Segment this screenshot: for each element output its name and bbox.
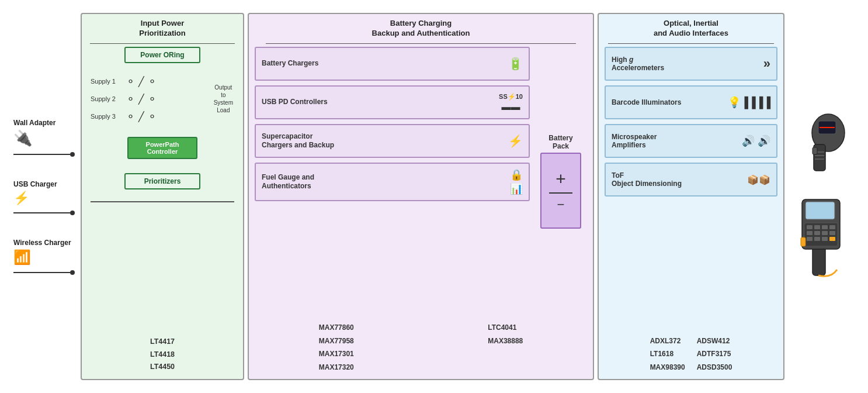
optical-part-numbers-right: ADSW412 ADTF3175 ADSD3500 bbox=[697, 335, 732, 373]
barcode-illuminators-block: Barcode Illuminators 💡▐▐▐▐ bbox=[605, 85, 777, 119]
panel-power-part-numbers: LT4417LT4418LT4450 bbox=[82, 330, 243, 379]
panel-optical: Optical, Inertialand Audio Interfaces Hi… bbox=[598, 13, 784, 380]
svg-rect-17 bbox=[814, 231, 820, 235]
barcode-illuminators-label: Barcode Illuminators bbox=[612, 98, 681, 106]
fuel-gauge-icons: 🔒 📊 bbox=[510, 168, 523, 195]
svg-rect-24 bbox=[801, 237, 805, 246]
usb-pd-icons: SS⚡10 ▬▬ bbox=[499, 93, 523, 112]
panel-power-inner: Power ORing Supply 1 ⚬ ╱ ⚬ Supply 2 ⚬ ╱ … bbox=[82, 44, 243, 330]
tof-label: ToFObject Dimensioning bbox=[612, 171, 682, 188]
svg-rect-18 bbox=[822, 231, 828, 235]
supply-2-label: Supply 2 bbox=[91, 95, 123, 102]
usb-charger-icon: ⚡ bbox=[13, 191, 29, 206]
left-inputs: Wall Adapter 🔌 USB Charger ⚡ Wireless Ch… bbox=[13, 13, 81, 380]
svg-rect-10 bbox=[805, 202, 835, 219]
wireless-charger-label: Wireless Charger bbox=[13, 239, 71, 247]
battery-blocks: Battery Chargers 🔋 USB PD Controllers SS… bbox=[255, 47, 530, 316]
optical-part-numbers-left: ADXL372 LT1618 MAX98390 bbox=[650, 335, 685, 373]
battery-part-numbers: MAX77860 MAX77958 MAX17301 MAX17320 LTC4… bbox=[249, 316, 593, 379]
output-to-system-label: OutputtoSystemLoad bbox=[214, 84, 233, 114]
battery-part-numbers-left: MAX77860 MAX77958 MAX17301 MAX17320 bbox=[319, 322, 354, 373]
usb-pd-controllers-block: USB PD Controllers SS⚡10 ▬▬ bbox=[255, 85, 530, 119]
supercapacitor-label: SupercapacitorChargers and Backup bbox=[262, 132, 334, 150]
microspeaker-label: MicrospeakerAmplifiers bbox=[612, 133, 657, 149]
tof-icon: 📦📦 bbox=[747, 174, 770, 185]
usb-charger-label: USB Charger bbox=[13, 180, 57, 188]
svg-rect-22 bbox=[822, 237, 828, 241]
battery-charger-icons: 🔋 bbox=[508, 57, 523, 71]
svg-rect-20 bbox=[807, 237, 813, 241]
wall-adapter-label: Wall Adapter bbox=[13, 119, 55, 127]
accelerometers-block: High gAccelerometers » bbox=[605, 47, 777, 81]
battery-pack-column: BatteryPack + − bbox=[534, 47, 587, 316]
accelerometers-label: High gAccelerometers bbox=[612, 56, 664, 72]
svg-rect-7 bbox=[813, 147, 817, 154]
tof-block: ToFObject Dimensioning 📦📦 bbox=[605, 163, 777, 196]
panel-power-title: Input PowerPrioritization bbox=[82, 14, 243, 43]
battery-plus-icon: + bbox=[555, 169, 566, 189]
supply-3-row: Supply 3 ⚬ ╱ ⚬ bbox=[91, 110, 234, 123]
microspeaker-icon: 🔊 🔊 bbox=[742, 135, 770, 147]
panel-battery-title: Battery ChargingBackup and Authenticatio… bbox=[249, 14, 593, 43]
battery-middle-line bbox=[549, 192, 572, 194]
battery-pack-body: + − bbox=[540, 153, 581, 229]
svg-rect-15 bbox=[829, 225, 835, 229]
battery-chargers-block: Battery Chargers 🔋 bbox=[255, 47, 530, 81]
svg-rect-19 bbox=[829, 231, 835, 235]
powerpath-controller-box: PowerPathController bbox=[127, 137, 197, 159]
panel-optical-title: Optical, Inertialand Audio Interfaces bbox=[599, 14, 783, 43]
svg-rect-13 bbox=[814, 225, 820, 229]
handheld-terminal-image bbox=[796, 194, 849, 281]
supply-1-row: Supply 1 ⚬ ╱ ⚬ bbox=[91, 75, 234, 88]
wall-adapter-icon: 🔌 bbox=[13, 129, 32, 147]
svg-rect-21 bbox=[814, 237, 820, 241]
supply-1-label: Supply 1 bbox=[91, 78, 123, 85]
usb-pd-label: USB PD Controllers bbox=[262, 98, 328, 107]
optical-blocks: High gAccelerometers » Barcode Illuminat… bbox=[605, 47, 777, 329]
main-container: Wall Adapter 🔌 USB Charger ⚡ Wireless Ch… bbox=[8, 7, 860, 386]
supercapacitor-block: SupercapacitorChargers and Backup ⚡ bbox=[255, 124, 530, 158]
panel-power-prioritization: Input PowerPrioritization Power ORing Su… bbox=[81, 13, 244, 380]
battery-inner: Battery Chargers 🔋 USB PD Controllers SS… bbox=[249, 44, 593, 316]
panel-battery-charging: Battery ChargingBackup and Authenticatio… bbox=[248, 13, 594, 380]
barcode-scanner-svg bbox=[796, 112, 849, 180]
usb-charger-input: USB Charger ⚡ bbox=[13, 180, 75, 215]
battery-pack-label: BatteryPack bbox=[548, 134, 572, 150]
supplies-area: Supply 1 ⚬ ╱ ⚬ Supply 2 ⚬ ╱ ⚬ Supply 3 ⚬… bbox=[91, 75, 234, 123]
wireless-charger-input: Wireless Charger 📶 bbox=[13, 239, 75, 275]
barcode-scanner-image bbox=[796, 112, 849, 182]
supply-3-label: Supply 3 bbox=[91, 113, 123, 120]
fuel-gauge-label: Fuel Gauge andAuthenticators bbox=[262, 173, 314, 191]
battery-chargers-label: Battery Chargers bbox=[262, 59, 318, 68]
prioritizers-box: Prioritizers bbox=[124, 173, 200, 189]
svg-rect-23 bbox=[829, 237, 835, 241]
barcode-illuminators-icon: 💡▐▐▐▐ bbox=[728, 96, 770, 109]
battery-part-numbers-right: LTC4041 MAX38888 bbox=[488, 322, 523, 373]
optical-part-numbers: ADXL372 LT1618 MAX98390 ADSW412 ADTF3175… bbox=[599, 329, 783, 379]
supercapacitor-icons: ⚡ bbox=[508, 134, 523, 148]
battery-minus-icon: − bbox=[557, 197, 565, 212]
power-oring-box: Power ORing bbox=[124, 47, 200, 63]
accelerometers-icon: » bbox=[763, 56, 770, 71]
fuel-gauge-block: Fuel Gauge andAuthenticators 🔒 📊 bbox=[255, 163, 530, 201]
supply-2-row: Supply 2 ⚬ ╱ ⚬ bbox=[91, 92, 234, 105]
microspeaker-block: MicrospeakerAmplifiers 🔊 🔊 bbox=[605, 124, 777, 158]
svg-rect-16 bbox=[807, 231, 813, 235]
wall-adapter-input: Wall Adapter 🔌 bbox=[13, 119, 75, 157]
right-devices bbox=[784, 13, 855, 380]
wireless-charger-icon: 📶 bbox=[13, 249, 31, 266]
svg-rect-14 bbox=[822, 225, 828, 229]
optical-inner: High gAccelerometers » Barcode Illuminat… bbox=[599, 44, 783, 329]
svg-rect-12 bbox=[807, 225, 813, 229]
handheld-terminal-svg bbox=[796, 194, 849, 278]
